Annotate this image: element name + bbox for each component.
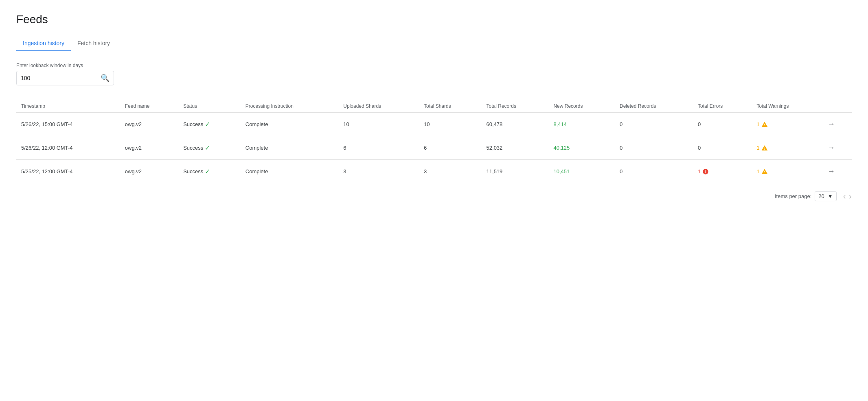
- cell-deleted-records: 0: [615, 113, 693, 136]
- chevron-down-icon: ▼: [828, 193, 833, 199]
- col-status: Status: [178, 100, 241, 113]
- col-total-errors: Total Errors: [693, 100, 752, 113]
- row-arrow-icon[interactable]: →: [828, 144, 835, 152]
- cell-total-errors: 0: [693, 136, 752, 160]
- cell-uploaded-shards: 6: [338, 136, 419, 160]
- checkmark-icon: ✓: [205, 120, 210, 128]
- cell-feed-name: owg.v2: [120, 113, 178, 136]
- cell-total-shards: 3: [419, 160, 482, 183]
- row-arrow-icon[interactable]: →: [828, 120, 835, 128]
- cell-total-shards: 6: [419, 136, 482, 160]
- svg-text:!: !: [705, 170, 706, 174]
- cell-uploaded-shards: 10: [338, 113, 419, 136]
- cell-action[interactable]: →: [823, 136, 852, 160]
- cell-total-warnings: 1: [752, 160, 823, 183]
- cell-status: Success ✓: [178, 160, 241, 183]
- table-row: 5/26/22, 15:00 GMT-4 owg.v2 Success ✓ Co…: [16, 113, 852, 136]
- checkmark-icon: ✓: [205, 144, 210, 152]
- status-text: Success: [183, 145, 203, 151]
- cell-action[interactable]: →: [823, 113, 852, 136]
- items-per-page-select[interactable]: 20 ▼: [815, 191, 836, 201]
- col-feed-name: Feed name: [120, 100, 178, 113]
- pagination-bar: Items per page: 20 ▼ ‹ ›: [16, 191, 852, 201]
- cell-total-records: 60,478: [482, 113, 549, 136]
- col-timestamp: Timestamp: [16, 100, 120, 113]
- col-new-records: New Records: [548, 100, 615, 113]
- cell-processing-instruction: Complete: [241, 113, 339, 136]
- cell-status: Success ✓: [178, 113, 241, 136]
- page-title: Feeds: [16, 13, 852, 26]
- error-badge: 1 !: [698, 168, 709, 175]
- error-value: 0: [698, 145, 701, 151]
- cell-action[interactable]: →: [823, 160, 852, 183]
- cell-status: Success ✓: [178, 136, 241, 160]
- cell-total-records: 11,519: [482, 160, 549, 183]
- cell-deleted-records: 0: [615, 160, 693, 183]
- col-processing-instruction: Processing Instruction: [241, 100, 339, 113]
- pagination-nav: ‹ ›: [843, 192, 852, 201]
- cell-total-warnings: 1: [752, 136, 823, 160]
- cell-new-records: 8,414: [548, 113, 615, 136]
- col-deleted-records: Deleted Records: [615, 100, 693, 113]
- cell-processing-instruction: Complete: [241, 160, 339, 183]
- lookback-label: Enter lookback window in days: [16, 63, 852, 68]
- cell-total-errors: 0: [693, 113, 752, 136]
- cell-new-records: 40,125: [548, 136, 615, 160]
- cell-new-records: 10,451: [548, 160, 615, 183]
- row-arrow-icon[interactable]: →: [828, 167, 835, 175]
- cell-total-records: 52,032: [482, 136, 549, 160]
- cell-feed-name: owg.v2: [120, 136, 178, 160]
- cell-uploaded-shards: 3: [338, 160, 419, 183]
- items-per-page-value: 20: [818, 193, 824, 199]
- col-action: [823, 100, 852, 113]
- items-per-page-container: Items per page: 20 ▼: [775, 191, 837, 201]
- tab-ingestion-history[interactable]: Ingestion history: [16, 36, 71, 51]
- lookback-input[interactable]: [21, 75, 101, 81]
- tab-fetch-history[interactable]: Fetch history: [71, 36, 116, 51]
- cell-timestamp: 5/26/22, 12:00 GMT-4: [16, 136, 120, 160]
- cell-timestamp: 5/25/22, 12:00 GMT-4: [16, 160, 120, 183]
- status-text: Success: [183, 121, 203, 127]
- col-total-records: Total Records: [482, 100, 549, 113]
- error-value: 0: [698, 121, 701, 127]
- cell-feed-name: owg.v2: [120, 160, 178, 183]
- col-total-shards: Total Shards: [419, 100, 482, 113]
- search-icon[interactable]: 🔍: [101, 74, 110, 83]
- cell-total-warnings: 1: [752, 113, 823, 136]
- checkmark-icon: ✓: [205, 168, 210, 175]
- table-row: 5/26/22, 12:00 GMT-4 owg.v2 Success ✓ Co…: [16, 136, 852, 160]
- ingestion-table: Timestamp Feed name Status Processing In…: [16, 100, 852, 183]
- cell-total-errors: 1 !: [693, 160, 752, 183]
- cell-processing-instruction: Complete: [241, 136, 339, 160]
- next-page-button[interactable]: ›: [849, 192, 852, 201]
- warning-badge: 1: [757, 121, 768, 128]
- table-row: 5/25/22, 12:00 GMT-4 owg.v2 Success ✓ Co…: [16, 160, 852, 183]
- prev-page-button[interactable]: ‹: [843, 192, 846, 201]
- col-total-warnings: Total Warnings: [752, 100, 823, 113]
- search-box: 🔍: [16, 71, 114, 85]
- col-uploaded-shards: Uploaded Shards: [338, 100, 419, 113]
- cell-deleted-records: 0: [615, 136, 693, 160]
- cell-total-shards: 10: [419, 113, 482, 136]
- warning-badge: 1: [757, 168, 768, 175]
- cell-timestamp: 5/26/22, 15:00 GMT-4: [16, 113, 120, 136]
- warning-badge: 1: [757, 145, 768, 151]
- items-per-page-label: Items per page:: [775, 193, 811, 199]
- status-text: Success: [183, 168, 203, 174]
- tab-bar: Ingestion history Fetch history: [16, 36, 852, 51]
